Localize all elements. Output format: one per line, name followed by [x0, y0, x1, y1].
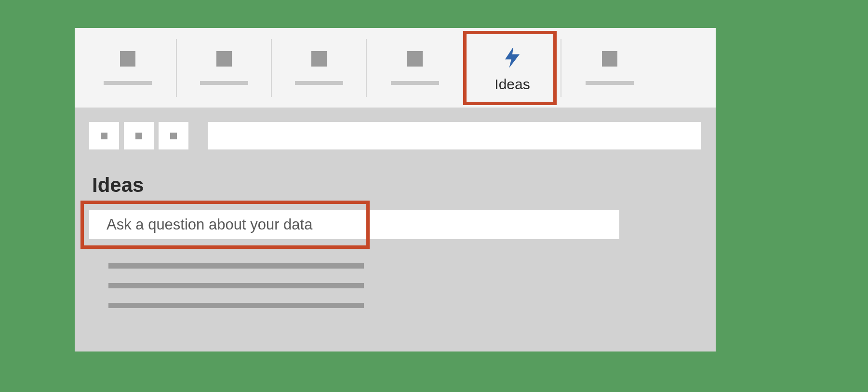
placeholder-icon: [101, 133, 107, 139]
placeholder-icon: [170, 133, 177, 139]
toolbar-button-2[interactable]: [124, 122, 154, 149]
question-input[interactable]: [89, 210, 619, 239]
ribbon-group-4[interactable]: [367, 34, 463, 102]
placeholder-icon: [407, 51, 423, 67]
placeholder-icon: [216, 51, 232, 67]
placeholder-icon: [120, 51, 135, 67]
toolbar-button-1[interactable]: [89, 122, 119, 149]
lightning-bolt-icon: [500, 43, 525, 71]
quick-toolbar: [75, 108, 716, 149]
ribbon-group-3[interactable]: [272, 34, 366, 102]
suggestion-line: [108, 263, 364, 269]
panel-title: Ideas: [92, 174, 701, 197]
placeholder-label: [586, 81, 634, 85]
placeholder-icon: [135, 133, 142, 139]
question-input-container: [89, 210, 701, 239]
placeholder-icon: [602, 51, 617, 67]
placeholder-label: [295, 81, 343, 85]
app-window: Ideas Ideas: [75, 28, 716, 351]
suggestion-line: [108, 303, 364, 308]
placeholder-label: [200, 81, 248, 85]
suggestion-line: [108, 283, 364, 288]
ribbon-group-6[interactable]: [561, 34, 658, 102]
ribbon: Ideas: [75, 28, 716, 108]
ribbon-group-2[interactable]: [177, 34, 271, 102]
ribbon-group-1[interactable]: [80, 34, 176, 102]
placeholder-label: [104, 81, 152, 85]
ideas-button[interactable]: Ideas: [464, 32, 561, 104]
toolbar-button-3[interactable]: [159, 122, 188, 149]
formula-bar[interactable]: [208, 122, 701, 149]
placeholder-label: [391, 81, 439, 85]
suggestion-list: [108, 263, 701, 308]
placeholder-icon: [311, 51, 327, 67]
ideas-panel: Ideas: [75, 149, 716, 351]
ideas-button-label: Ideas: [494, 76, 530, 93]
